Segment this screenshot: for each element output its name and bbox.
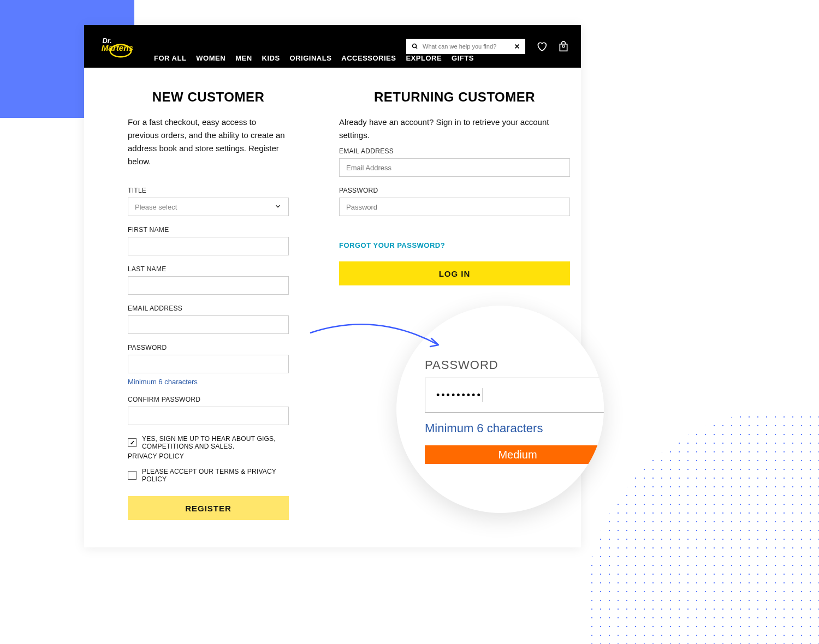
search-icon (412, 43, 418, 50)
clear-search-icon[interactable] (514, 44, 520, 49)
accept-terms-label: PLEASE ACCEPT OUR TERMS & PRIVACY POLICY (142, 468, 289, 483)
login-password-input[interactable] (339, 198, 570, 216)
decorative-dot-pattern (579, 404, 819, 644)
wishlist-icon[interactable] (536, 41, 547, 52)
marketing-opt-in-checkbox[interactable] (128, 438, 136, 447)
zoom-password-input: ••••••••• (425, 378, 604, 413)
forgot-password-link[interactable]: FORGOT YOUR PASSWORD? (339, 241, 570, 249)
chevron-down-icon (274, 202, 282, 212)
header-bar: Dr. Martens FOR ALL WOMEN MEN KIDS ORIGI… (84, 25, 581, 68)
nav-accessories[interactable]: ACCESSORIES (341, 54, 396, 62)
nav-men[interactable]: MEN (235, 54, 252, 62)
new-customer-heading: NEW CUSTOMER (128, 90, 289, 105)
svg-text:Martens: Martens (102, 43, 133, 52)
shopping-bag-icon[interactable]: 0 (558, 40, 569, 52)
nav-women[interactable]: WOMEN (196, 54, 225, 62)
text-cursor (483, 388, 483, 402)
zoom-password-masked: ••••••••• (436, 390, 482, 401)
privacy-policy-link[interactable]: PRIVACY POLICY (128, 452, 289, 460)
bag-count-badge: 0 (558, 44, 569, 49)
register-button[interactable]: REGISTER (128, 496, 289, 520)
nav-originals[interactable]: ORIGINALS (290, 54, 332, 62)
login-button[interactable]: LOG IN (339, 261, 570, 285)
confirm-password-input[interactable] (128, 407, 289, 425)
register-email-input[interactable] (128, 315, 289, 334)
nav-for-all[interactable]: FOR ALL (154, 54, 186, 62)
password-hint: Minimum 6 characters (128, 378, 289, 386)
new-customer-intro: For a fast checkout, easy access to prev… (128, 116, 289, 168)
login-email-input[interactable] (339, 158, 570, 177)
last-name-input[interactable] (128, 276, 289, 295)
marketing-opt-in-label: YES, SIGN ME UP TO HEAR ABOUT GIGS, COMP… (142, 435, 289, 450)
new-customer-panel: NEW CUSTOMER For a fast checkout, easy a… (84, 90, 333, 520)
login-password-label: PASSWORD (339, 187, 570, 194)
first-name-label: FIRST NAME (128, 226, 289, 234)
login-email-label: EMAIL ADDRESS (339, 147, 570, 155)
first-name-input[interactable] (128, 237, 289, 255)
password-strength-label: Medium (498, 449, 537, 461)
returning-customer-heading: RETURNING CUSTOMER (339, 90, 570, 105)
nav-gifts[interactable]: GIFTS (452, 54, 474, 62)
title-select[interactable]: Please select (128, 198, 289, 216)
search-box (406, 39, 525, 54)
password-zoom-callout: PASSWORD ••••••••• Minimum 6 characters … (396, 306, 604, 513)
accept-terms-checkbox[interactable] (128, 471, 136, 480)
primary-nav: FOR ALL WOMEN MEN KIDS ORIGINALS ACCESSO… (154, 54, 474, 62)
nav-kids[interactable]: KIDS (262, 54, 280, 62)
title-label: TITLE (128, 187, 289, 194)
title-select-placeholder: Please select (135, 203, 177, 211)
nav-explore[interactable]: EXPLORE (406, 54, 442, 62)
search-input[interactable] (423, 43, 510, 50)
svg-line-4 (416, 47, 418, 49)
register-password-label: PASSWORD (128, 344, 289, 351)
returning-customer-intro: Already have an account? Sign in to retr… (339, 116, 570, 142)
register-email-label: EMAIL ADDRESS (128, 305, 289, 312)
svg-point-3 (413, 44, 417, 48)
last-name-label: LAST NAME (128, 265, 289, 273)
zoom-password-label: PASSWORD (425, 358, 604, 372)
password-strength-meter: Medium (425, 445, 604, 464)
confirm-password-label: CONFIRM PASSWORD (128, 396, 289, 403)
zoom-password-hint: Minimum 6 characters (425, 421, 604, 436)
register-password-input[interactable] (128, 355, 289, 373)
brand-logo[interactable]: Dr. Martens (96, 33, 145, 60)
